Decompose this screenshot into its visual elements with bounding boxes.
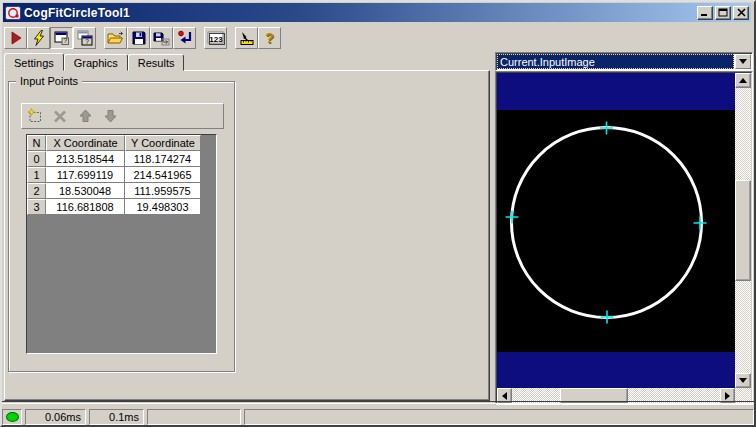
delete-point-button[interactable] — [50, 107, 70, 125]
scroll-up-icon — [739, 78, 747, 83]
status-empty-panel — [147, 409, 241, 425]
maximize-button[interactable] — [715, 6, 731, 20]
cell-x[interactable]: 18.530048 — [46, 183, 125, 199]
arrow-ruler-icon — [239, 30, 255, 46]
svg-text:?: ? — [85, 38, 89, 45]
save-image-button[interactable] — [150, 27, 173, 49]
table-row: 3 116.681808 19.498303 — [27, 199, 216, 215]
cell-y[interactable]: 111.959575 — [125, 183, 201, 199]
close-button[interactable] — [733, 6, 749, 20]
status-indicator-panel — [2, 409, 22, 425]
measure-button[interactable] — [235, 27, 258, 49]
tab-graphics[interactable]: Graphics — [64, 54, 128, 71]
move-point-up-button[interactable] — [75, 107, 95, 125]
input-points-toolbar — [21, 103, 224, 129]
run-time: 0.06ms — [45, 411, 81, 423]
maximize-icon — [718, 8, 728, 17]
cell-x[interactable]: 116.681808 — [46, 199, 125, 215]
float-image-button[interactable]: ? — [73, 27, 96, 49]
chevron-down-icon — [739, 59, 747, 64]
cell-y[interactable]: 19.498303 — [125, 199, 201, 215]
question-icon: ? — [265, 30, 274, 46]
window-float-icon: ? — [77, 30, 93, 46]
import-image-button[interactable] — [173, 27, 196, 49]
close-icon — [737, 8, 746, 17]
cell-x[interactable]: 117.699119 — [46, 167, 125, 183]
new-item-icon — [27, 108, 43, 124]
input-points-grid: N X Coordinate Y Coordinate 0 213.518544… — [26, 134, 217, 354]
delete-x-icon — [53, 110, 67, 123]
vertical-scrollbar[interactable] — [735, 73, 751, 388]
minimize-icon — [700, 8, 710, 17]
add-point-button[interactable] — [25, 107, 45, 125]
cell-y[interactable]: 214.541965 — [125, 167, 201, 183]
cell-x[interactable]: 213.518544 — [46, 151, 125, 167]
open-folder-icon — [107, 30, 124, 46]
window-title: CogFitCircleTool1 — [24, 6, 695, 20]
show-numbers-button[interactable]: 123 — [204, 27, 227, 49]
main-toolbar: ? ? — [3, 25, 753, 51]
row-header[interactable]: 0 — [27, 151, 46, 167]
image-source-dropdown[interactable]: Current.InputImage — [495, 52, 753, 71]
image-display-viewport — [495, 71, 753, 405]
help-button[interactable]: ? — [258, 27, 281, 49]
live-run-button[interactable] — [27, 27, 50, 49]
table-row: 2 18.530048 111.959575 — [27, 183, 216, 199]
row-header[interactable]: 1 — [27, 167, 46, 183]
show-image-button[interactable]: ? — [50, 27, 73, 49]
input-points-group: Input Points — [8, 81, 235, 372]
image-display-inner — [496, 72, 752, 404]
numbers-123-icon: 123 — [207, 31, 225, 45]
cell-y[interactable]: 118.174274 — [125, 151, 201, 167]
floppy-export-icon — [153, 30, 170, 46]
minimize-button[interactable] — [697, 6, 713, 20]
save-file-button[interactable] — [127, 27, 150, 49]
cog-fit-circle-tool-window: CogFitCircleTool1 ? — [0, 0, 756, 427]
arrow-down-icon — [104, 109, 117, 123]
row-header[interactable]: 2 — [27, 183, 46, 199]
table-row: 1 117.699119 214.541965 — [27, 167, 216, 183]
status-time1-panel: 0.06ms — [25, 409, 86, 425]
status-bar: 0.06ms 0.1ms — [2, 406, 754, 425]
image-source-selected[interactable]: Current.InputImage — [497, 54, 734, 69]
svg-text:?: ? — [63, 37, 67, 44]
column-header-n: N — [27, 135, 46, 151]
scroll-down-button[interactable] — [735, 373, 751, 388]
scroll-left-icon — [502, 392, 507, 400]
app-icon — [5, 6, 21, 20]
lightning-icon — [31, 30, 47, 46]
title-bar[interactable]: CogFitCircleTool1 — [3, 3, 751, 22]
grid-header-row: N X Coordinate Y Coordinate — [27, 135, 216, 151]
floppy-icon — [131, 30, 147, 46]
open-file-button[interactable] — [104, 27, 127, 49]
vertical-scroll-thumb[interactable] — [735, 180, 751, 281]
tab-strip: Settings Graphics Results — [4, 53, 184, 71]
import-arrow-icon — [177, 30, 193, 46]
table-row: 0 213.518544 118.174274 — [27, 151, 216, 167]
play-icon — [8, 30, 24, 46]
status-message-panel — [244, 409, 754, 425]
tab-settings[interactable]: Settings — [4, 53, 64, 71]
status-time2-panel: 0.1ms — [89, 409, 144, 425]
statusbar-separator — [2, 401, 754, 404]
run-button[interactable] — [4, 27, 27, 49]
scroll-up-button[interactable] — [735, 73, 751, 88]
column-header-y: Y Coordinate — [125, 135, 201, 151]
scroll-down-icon — [739, 378, 747, 383]
total-time: 0.1ms — [109, 411, 139, 423]
row-header[interactable]: 3 — [27, 199, 46, 215]
window-image-icon: ? — [54, 30, 70, 46]
input-image-with-fit-circle — [497, 73, 735, 388]
input-points-group-label: Input Points — [16, 75, 82, 87]
dropdown-arrow-button[interactable] — [735, 54, 751, 69]
tab-results[interactable]: Results — [128, 54, 185, 71]
status-green-light-icon — [6, 412, 19, 422]
svg-text:123: 123 — [209, 35, 223, 44]
input-image-display — [497, 73, 735, 388]
column-header-x: X Coordinate — [46, 135, 125, 151]
move-point-down-button[interactable] — [100, 107, 120, 125]
scroll-right-icon — [725, 392, 730, 400]
arrow-up-icon — [79, 109, 92, 123]
